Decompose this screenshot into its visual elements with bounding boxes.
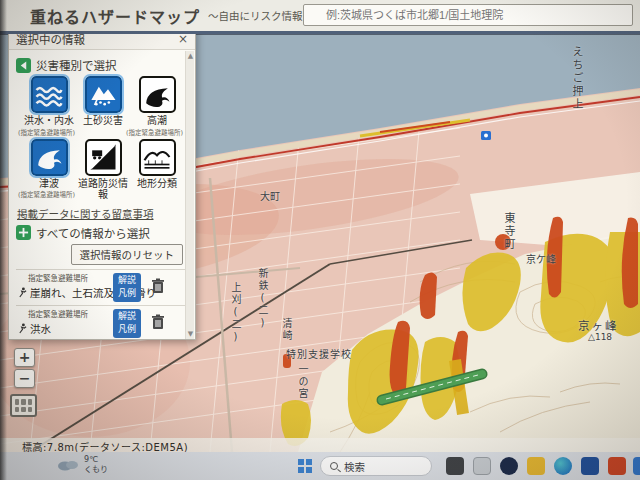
scroll-down-icon[interactable]: ▼	[186, 330, 195, 338]
weather-widget[interactable]: 9℃ くもり	[56, 455, 108, 474]
windows-taskbar: 9℃ くもり 検索	[0, 452, 640, 480]
cloud-icon	[56, 458, 80, 471]
map-label-elevation-118: △118	[588, 332, 612, 342]
tile-tsunami-label: 津波	[22, 178, 76, 190]
weather-condition: くもり	[84, 465, 108, 475]
tsunami-icon	[31, 139, 68, 176]
layer-label: 洪水	[30, 321, 51, 336]
taskbar-app-icon[interactable]	[473, 457, 491, 475]
flood-icon	[31, 76, 68, 113]
map-label-kiyosaki: 清崎	[279, 318, 294, 342]
trash-icon[interactable]	[151, 314, 165, 334]
landslide-icon	[85, 76, 122, 113]
select-all-label: すべての情報から選択	[36, 225, 150, 241]
tile-tsunami[interactable]: 津波 (指定緊急避難場所)	[22, 139, 76, 201]
map-label-higashiteramachi: 東寺町	[500, 212, 516, 251]
close-icon[interactable]: ×	[178, 33, 188, 45]
taskbar-app-icon[interactable]	[633, 457, 640, 475]
tile-tsunami-note: (指定緊急避難場所)	[18, 189, 72, 199]
tile-landslide-label: 土砂災害	[76, 115, 130, 127]
explain-label: 解説	[113, 274, 141, 287]
tile-landslide[interactable]: 土砂災害	[76, 76, 130, 137]
map-label-echigo-oshiage: えちご押上	[568, 46, 584, 111]
evacuee-person-icon	[18, 283, 27, 302]
taskbar-app-icon[interactable]	[500, 457, 518, 475]
evacuee-person-icon	[18, 319, 27, 338]
tile-road-hazard-label: 道路防災情報	[76, 178, 130, 201]
back-arrow-icon	[16, 58, 31, 73]
map-label-kyogamine-district: 京ケ峰	[526, 251, 556, 266]
data-notes-link[interactable]: 掲載データに関する留意事項	[17, 206, 185, 221]
map-label-special-school: 特別支援学校	[286, 346, 352, 361]
taskbar-search[interactable]: 検索	[320, 456, 432, 476]
map-label-kamikari: 上刈(二)	[228, 282, 243, 344]
site-header: 重ねるハザードマップ 〜自由にリスク情報を調べる〜	[0, 0, 640, 31]
map-label-ichinomiya: 一の宮	[295, 364, 310, 400]
tile-flood-note: (指定緊急避難場所)	[18, 127, 72, 137]
taskbar-app-icon[interactable]	[446, 457, 464, 475]
explain-label: 解説	[113, 310, 141, 323]
trash-icon[interactable]	[151, 278, 165, 298]
selected-layer-row: 指定緊急避難場所 崖崩れ、土石流及び地滑り 解説 凡例	[16, 269, 185, 305]
site-title: 重ねるハザードマップ	[30, 4, 200, 28]
tile-storm-surge-note: (指定緊急避難場所)	[126, 127, 180, 137]
zoom-out-button[interactable]: −	[14, 369, 35, 388]
map-status-bar: 標高:7.8m(データソース:DEM5A)	[0, 438, 640, 452]
screen: えちご押上 大町 東寺町 京ケ峰 京ヶ峰 △118 新鉄(二) 上刈(二) 清崎…	[0, 0, 640, 480]
tile-flood-label: 洪水・内水	[22, 115, 76, 127]
evacuation-site-marker[interactable]	[481, 131, 491, 140]
zoom-in-button[interactable]: +	[14, 348, 35, 367]
panel-body: 災害種別で選択 洪水・内水 (指定緊急避難場所)	[9, 51, 187, 341]
disaster-type-section[interactable]: 災害種別で選択	[16, 57, 185, 73]
disaster-tile-grid: 洪水・内水 (指定緊急避難場所) 土砂災害	[22, 76, 185, 203]
disaster-type-section-label: 災害種別で選択	[36, 57, 117, 73]
taskbar-edge-icon[interactable]	[554, 457, 572, 475]
taskbar-folder-icon[interactable]	[527, 457, 545, 475]
weather-temp: 9℃	[84, 455, 108, 465]
address-search-input[interactable]	[303, 4, 633, 26]
header-divider	[0, 31, 640, 34]
map-label-omachi: 大町	[260, 188, 280, 203]
windows-start-icon[interactable]	[298, 459, 312, 473]
storm-surge-icon	[139, 76, 176, 113]
tile-flood[interactable]: 洪水・内水 (指定緊急避難場所)	[22, 76, 76, 137]
map-label-kyogamine-hill: 京ヶ峰	[578, 317, 619, 333]
terrain-icon	[139, 139, 176, 176]
select-all-row[interactable]: すべての情報から選択	[16, 225, 185, 241]
explain-legend-button[interactable]: 解説 凡例	[113, 309, 141, 338]
selected-layer-row: 指定緊急避難場所 洪水 解説 凡例	[16, 305, 185, 341]
tile-road-hazard[interactable]: 道路防災情報	[76, 139, 130, 201]
legend-label: 凡例	[113, 323, 141, 336]
explain-legend-button[interactable]: 解説 凡例	[113, 273, 141, 302]
keyboard-widget-icon[interactable]	[10, 394, 37, 417]
tile-terrain[interactable]: 地形分類	[130, 139, 184, 201]
plus-icon	[16, 225, 31, 240]
tile-storm-surge-label: 高潮	[130, 115, 184, 127]
map-label-shintetsu: 新鉄(二)	[255, 268, 270, 330]
scroll-up-icon[interactable]: ▲	[186, 52, 195, 60]
selected-info-panel: 選択中の情報 × ▲ ▼ 災害種別で選択	[8, 28, 196, 340]
legend-label: 凡例	[113, 287, 141, 300]
road-hazard-icon	[85, 139, 122, 176]
taskbar-app-icon[interactable]	[581, 457, 599, 475]
taskbar-app-icon[interactable]	[608, 457, 626, 475]
tile-storm-surge[interactable]: 高潮 (指定緊急避難場所)	[130, 76, 184, 137]
tile-terrain-label: 地形分類	[130, 178, 184, 190]
reset-selection-button[interactable]: 選択情報のリセット	[71, 244, 184, 265]
taskbar-search-label: 検索	[344, 459, 365, 474]
search-icon	[330, 462, 338, 470]
